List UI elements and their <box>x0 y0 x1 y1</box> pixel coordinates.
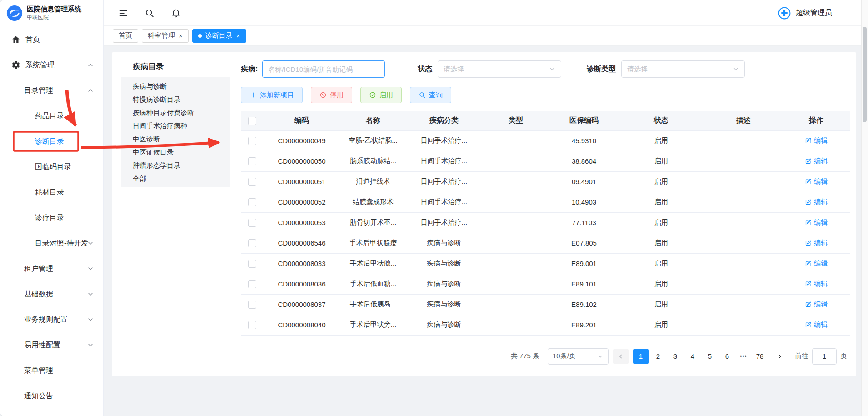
sidebar-item-system-management[interactable]: 系统管理 <box>0 52 103 78</box>
logo-text: 医院信息管理系统 中联医院 <box>27 5 81 22</box>
edit-button[interactable]: 编辑 <box>805 198 828 206</box>
edit-icon <box>805 281 812 287</box>
admin-name[interactable]: 超级管理员 <box>796 8 832 18</box>
edit-button[interactable]: 编辑 <box>805 280 828 288</box>
tree-item-中医证候目录[interactable]: 中医证候目录 <box>121 145 230 159</box>
goto-page-input[interactable] <box>812 348 837 365</box>
page-number-5[interactable]: 5 <box>702 349 718 364</box>
next-page-button[interactable] <box>772 349 788 364</box>
cell-insurance_code: 09.4901 <box>550 171 618 192</box>
edit-button[interactable]: 编辑 <box>805 239 828 247</box>
sidebar-item-diagnosis-catalog[interactable]: 诊断目录 <box>0 129 103 154</box>
select-all-checkbox[interactable] <box>248 117 256 125</box>
row-checkbox[interactable] <box>248 280 256 288</box>
close-tab-icon[interactable]: × <box>179 32 183 39</box>
sidebar-item-consumable-catalog[interactable]: 耗材目录 <box>0 180 103 205</box>
tree-item-日间手术治疗病种[interactable]: 日间手术治疗病种 <box>121 119 230 132</box>
search-icon[interactable] <box>145 8 155 18</box>
sidebar-item-national-code-catalog[interactable]: 国临码目录 <box>0 154 103 180</box>
page-number-6[interactable]: 6 <box>719 349 735 364</box>
tree-item-特慢病诊断目录[interactable]: 特慢病诊断目录 <box>121 93 230 106</box>
cell-code: CD0000006546 <box>264 233 340 253</box>
more-pages-icon[interactable]: ••• <box>737 353 750 360</box>
tab-label: 诊断目录 <box>205 31 233 40</box>
sidebar-item-catalog-management[interactable]: 目录管理 <box>0 78 103 103</box>
sidebar-item-label: 药品目录 <box>35 111 64 121</box>
cell-category: 日间手术治疗... <box>406 130 482 151</box>
sidebar-item-drug-catalog[interactable]: 药品目录 <box>0 103 103 129</box>
collapse-menu-icon[interactable] <box>118 8 128 18</box>
tab-诊断目录[interactable]: 诊断目录× <box>192 29 246 43</box>
enable-label: 启用 <box>379 91 393 100</box>
tab-科室管理[interactable]: 科室管理× <box>142 29 189 43</box>
row-checkbox[interactable] <box>248 260 256 268</box>
disease-search-input[interactable] <box>262 60 385 78</box>
tree-item-按病种目录付费诊断[interactable]: 按病种目录付费诊断 <box>121 106 230 119</box>
page-number-78[interactable]: 78 <box>752 349 768 364</box>
sidebar-item-usability-config[interactable]: 易用性配置 <box>0 332 103 358</box>
edit-button[interactable]: 编辑 <box>805 300 828 309</box>
prev-page-button[interactable] <box>613 349 629 364</box>
row-checkbox[interactable] <box>248 321 256 329</box>
tree-item-全部[interactable]: 全部 <box>121 172 230 185</box>
sidebar-item-menu-management[interactable]: 菜单管理 <box>0 358 103 383</box>
row-checkbox[interactable] <box>248 137 256 145</box>
row-checkbox[interactable] <box>248 198 256 206</box>
tab-首页[interactable]: 首页 <box>113 29 138 43</box>
row-checkbox[interactable] <box>248 301 256 309</box>
enable-button[interactable]: 启用 <box>360 87 402 103</box>
topbar-right: 超级管理员 <box>778 6 832 20</box>
edit-icon <box>805 137 812 144</box>
tree-item-肿瘤形态学目录[interactable]: 肿瘤形态学目录 <box>121 159 230 172</box>
sidebar-item-notice[interactable]: 通知公告 <box>0 383 103 409</box>
bell-icon[interactable] <box>171 8 181 18</box>
edit-button[interactable]: 编辑 <box>805 218 828 227</box>
page-scrollbar[interactable] <box>861 0 868 416</box>
edit-button[interactable]: 编辑 <box>805 321 828 329</box>
tree-list: 疾病与诊断特慢病诊断目录按病种目录付费诊断日间手术治疗病种中医诊断中医证候目录肿… <box>121 77 230 187</box>
medical-cross-icon[interactable] <box>778 6 791 20</box>
disable-button[interactable]: 停用 <box>311 87 352 103</box>
page-number-4[interactable]: 4 <box>685 349 700 364</box>
sidebar-item-label: 目录管理 <box>24 86 53 95</box>
row-checkbox[interactable] <box>248 157 256 165</box>
add-item-button[interactable]: 添加新项目 <box>241 87 303 103</box>
sidebar-item-business-rules[interactable]: 业务规则配置 <box>0 307 103 332</box>
sidebar-item-tenant-management[interactable]: 租户管理 <box>0 256 103 281</box>
row-checkbox[interactable] <box>248 219 256 227</box>
row-checkbox[interactable] <box>248 178 256 186</box>
query-button[interactable]: 查询 <box>410 87 451 103</box>
edit-button[interactable]: 编辑 <box>805 157 828 165</box>
cell-description <box>704 130 783 151</box>
close-tab-icon[interactable]: × <box>236 32 240 39</box>
cell-insurance_code: E89.201 <box>550 315 618 335</box>
cell-description <box>704 212 783 233</box>
sidebar-item-catalog-compare[interactable]: 目录对照-待开发 <box>0 231 103 256</box>
sidebar-item-basic-data[interactable]: 基础数据 <box>0 281 103 307</box>
edit-button[interactable]: 编辑 <box>805 259 828 268</box>
tree-item-疾病与诊断[interactable]: 疾病与诊断 <box>121 80 230 93</box>
page-number-1[interactable]: 1 <box>633 349 649 364</box>
edit-button[interactable]: 编辑 <box>805 136 828 145</box>
table-row: CD0000000053肋骨切开术不...日间手术治疗...77.1103启用编… <box>241 212 850 233</box>
page-size-select[interactable]: 10条/页 <box>548 348 609 365</box>
scrollbar-thumb[interactable] <box>863 27 867 122</box>
status-label: 状态 <box>418 65 432 74</box>
edit-label: 编辑 <box>814 259 828 268</box>
cell-status: 启用 <box>618 171 704 192</box>
cell-description <box>704 233 783 253</box>
tree-item-中医诊断[interactable]: 中医诊断 <box>121 132 230 145</box>
sidebar-menu: 首页系统管理目录管理药品目录诊断目录国临码目录耗材目录诊疗目录目录对照-待开发租… <box>0 26 103 409</box>
page-number-2[interactable]: 2 <box>650 349 666 364</box>
sidebar-item-home[interactable]: 首页 <box>0 27 103 52</box>
row-checkbox[interactable] <box>248 239 256 247</box>
edit-button[interactable]: 编辑 <box>805 177 828 186</box>
status-select[interactable]: 请选择 <box>438 60 561 78</box>
edit-label: 编辑 <box>814 280 828 288</box>
sidebar-item-treatment-catalog[interactable]: 诊疗目录 <box>0 205 103 231</box>
page-number-3[interactable]: 3 <box>668 349 683 364</box>
cell-insurance_code: E89.001 <box>550 253 618 274</box>
table-row: CD0000008036手术后低血糖...疾病与诊断E89.101启用编辑 <box>241 274 850 294</box>
diagnosis-type-select[interactable]: 请选择 <box>621 60 745 78</box>
search-icon <box>419 91 426 99</box>
